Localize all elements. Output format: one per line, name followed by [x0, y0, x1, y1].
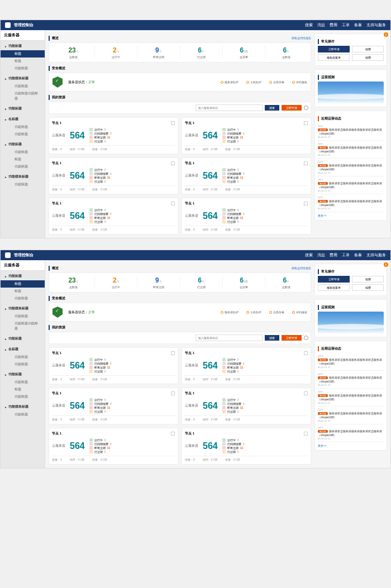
news-item[interactable]: 2019新功能服务器状态服务器服务器服务器状态服务器（shopet168）04-… [318, 407, 384, 424]
top-nav-item[interactable]: 消息 [317, 252, 325, 258]
sidebar-item[interactable]: 功能标题 [1, 131, 45, 138]
news-item[interactable]: 2019新功能服务器状态服务器服务器服务器状态服务器（shopet168）04-… [318, 141, 384, 159]
top-nav-item[interactable]: 工单 [342, 22, 350, 28]
expand-icon[interactable] [304, 202, 308, 205]
news-item[interactable]: 2019新功能服务器状态服务器服务器服务器状态服务器（shopet168）04-… [318, 123, 384, 141]
apply-button[interactable]: 立即申请 [282, 335, 302, 341]
expand-icon[interactable] [304, 121, 308, 125]
search-link[interactable]: 搜索 [305, 252, 313, 258]
more-link[interactable]: 更多>> [318, 444, 384, 447]
news-item[interactable]: 2019新功能服务器状态服务器服务器服务器状态服务器（shopet168）04-… [318, 424, 384, 442]
notification-badge[interactable]: 6 [384, 32, 388, 37]
news-item[interactable]: 2019新功能服务器状态服务器服务器服务器状态服务器（shopet168）04-… [318, 194, 384, 212]
security-item[interactable]: 云盾杀毒 [269, 80, 284, 84]
expand-icon[interactable] [171, 391, 175, 395]
expand-icon[interactable] [171, 121, 175, 125]
quick-action-button[interactable]: 修改提案单 [318, 54, 350, 61]
quick-action-button[interactable]: 修改提案单 [318, 284, 350, 291]
top-nav-item[interactable]: 备案 [354, 252, 362, 258]
security-item[interactable]: 服务器防护 [221, 310, 239, 314]
sidebar-item[interactable]: 标题 [1, 288, 45, 295]
sidebar-item[interactable]: 标题 [1, 280, 45, 288]
security-item[interactable]: 云盾杀毒 [269, 310, 284, 314]
security-item[interactable]: 密码修改 [292, 310, 307, 314]
top-nav-item[interactable]: 备案 [354, 22, 362, 28]
report-link[interactable]: 获取总结性报告 [292, 266, 311, 270]
more-link[interactable]: 更多>> [318, 214, 384, 217]
top-nav-item[interactable]: 费用 [330, 22, 337, 28]
sidebar-item[interactable]: 功能标题 [1, 83, 45, 90]
sidebar-item[interactable]: 标题 [1, 50, 45, 58]
news-item[interactable]: 2019新功能服务器状态服务器服务器服务器状态服务器（shopet168）04-… [318, 159, 384, 176]
search-button[interactable]: 搜索 [265, 105, 279, 111]
security-item[interactable]: 主机防护 [246, 80, 261, 84]
expand-icon[interactable] [171, 432, 175, 436]
quick-action-button[interactable]: 续费 [352, 54, 384, 61]
news-item[interactable]: 2019新功能服务器状态服务器服务器服务器状态服务器（shopet168）04-… [318, 176, 384, 194]
refresh-icon[interactable] [304, 336, 308, 340]
search-input[interactable] [196, 334, 263, 341]
search-button[interactable]: 搜索 [265, 335, 279, 341]
report-link[interactable]: 获取总结性报告 [292, 36, 311, 40]
sidebar-item[interactable]: 功能标题 [1, 65, 45, 72]
sidebar-section-title[interactable]: 功能模块标题 [1, 403, 45, 411]
sidebar-section-title[interactable]: 功能模块标题 [1, 304, 45, 313]
expand-icon[interactable] [304, 432, 308, 436]
sidebar-section-title[interactable]: 功能标题 [1, 272, 45, 280]
expand-icon[interactable] [304, 391, 308, 395]
sidebar-item[interactable]: 功能标题 [1, 163, 45, 170]
expand-icon[interactable] [304, 351, 308, 355]
sidebar-item[interactable]: 功能标题 [1, 313, 45, 320]
sidebar-item[interactable]: 功能标题 [1, 393, 45, 400]
sidebar-item[interactable]: 标题 [1, 156, 45, 163]
top-nav-item[interactable]: 支持与服务 [366, 22, 386, 28]
sidebar-section-title[interactable]: 功能标题 [1, 370, 45, 379]
sidebar-section-title[interactable]: 功能模块标题 [1, 74, 45, 83]
expand-icon[interactable] [171, 161, 175, 165]
security-item[interactable]: 主机防护 [246, 310, 261, 314]
top-nav-item[interactable]: 费用 [330, 252, 337, 258]
quick-action-button[interactable]: 立即申请 [318, 276, 350, 283]
sidebar-item[interactable]: 功能标题 [1, 149, 45, 156]
notification-badge[interactable]: 6 [384, 262, 388, 267]
security-item[interactable]: 服务器防护 [221, 80, 239, 84]
news-item[interactable]: 2019新功能服务器状态服务器服务器服务器状态服务器（shopet168）04-… [318, 353, 384, 371]
sidebar-item[interactable]: 标题 [1, 58, 45, 65]
sidebar-item[interactable]: 功能标题 [1, 181, 45, 188]
sidebar-item[interactable]: 标题 [1, 386, 45, 393]
refresh-icon[interactable] [304, 106, 308, 110]
top-nav-item[interactable]: 消息 [317, 22, 325, 28]
top-nav-item[interactable]: 支持与服务 [366, 252, 386, 258]
sidebar-section-title[interactable]: 功能标题 [1, 334, 45, 343]
sidebar-section-title[interactable]: 名标题 [1, 115, 45, 123]
sidebar-item[interactable]: 功能标题功能标题 [1, 320, 45, 332]
expand-icon[interactable] [304, 161, 308, 165]
expand-icon[interactable] [171, 202, 175, 205]
sidebar-item[interactable]: 功能标题 [1, 353, 45, 361]
sidebar-item-icon [9, 290, 13, 293]
sidebar-section-title[interactable]: 功能标题 [1, 140, 45, 149]
quick-action-button[interactable]: 续费 [352, 284, 384, 291]
top-nav-item[interactable]: 工单 [342, 252, 350, 258]
expand-icon[interactable] [171, 351, 175, 355]
sidebar-section-title[interactable]: 功能模块标题 [1, 173, 45, 181]
sidebar-item[interactable]: 功能标题 [1, 361, 45, 368]
quick-action-button[interactable]: 立即申请 [318, 46, 350, 52]
security-item[interactable]: 密码修改 [292, 80, 307, 84]
news-item[interactable]: 2019新功能服务器状态服务器服务器服务器状态服务器（shopet168）04-… [318, 389, 384, 407]
sidebar-item[interactable]: 功能标题 [1, 411, 45, 418]
apply-button[interactable]: 立即申请 [282, 105, 302, 111]
news-item[interactable]: 2019新功能服务器状态服务器服务器服务器状态服务器（shopet168）04-… [318, 371, 384, 389]
quick-action-button[interactable]: 续费 [352, 276, 384, 283]
search-input[interactable] [196, 104, 263, 111]
quick-action-button[interactable]: 续费 [352, 46, 384, 52]
sidebar-item[interactable]: 功能标题功能标题 [1, 90, 45, 102]
sidebar-section-title[interactable]: 功能标题 [1, 42, 45, 50]
sidebar-section-title[interactable]: 功能标题 [1, 104, 45, 113]
sidebar-section-title[interactable]: 名标题 [1, 345, 45, 353]
sidebar-item[interactable]: 功能标题 [1, 379, 45, 386]
search-link[interactable]: 搜索 [305, 22, 313, 28]
sidebar-item[interactable]: 功能标题 [1, 295, 45, 302]
metric-row: 已过期0 [89, 370, 112, 373]
sidebar-item[interactable]: 功能标题 [1, 123, 45, 131]
